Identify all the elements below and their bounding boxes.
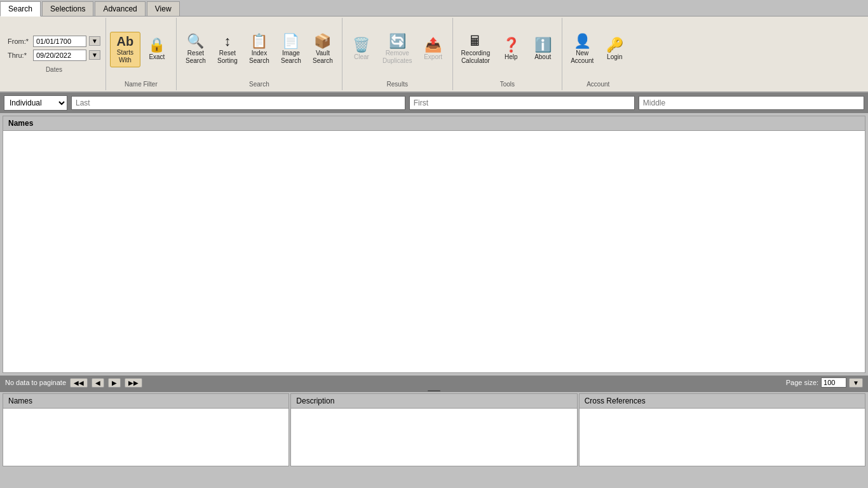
export-label: Export bbox=[424, 53, 442, 61]
clear-button[interactable]: 🗑️ Clear bbox=[346, 35, 377, 64]
thru-row: Thru:* ▼ bbox=[8, 50, 100, 61]
vault-search-label: VaultSearch bbox=[313, 50, 333, 65]
tab-advanced[interactable]: Advanced bbox=[95, 1, 145, 16]
pagination-right: Page size: ▼ bbox=[786, 377, 863, 388]
remove-duplicates-button[interactable]: 🔄 RemoveDuplicates bbox=[378, 31, 417, 68]
starts-with-button[interactable]: Ab StartsWith bbox=[110, 32, 140, 67]
tools-group-label: Tools bbox=[500, 78, 515, 88]
reset-search-button[interactable]: 🔍 ResetSearch bbox=[180, 31, 211, 68]
last-name-input[interactable] bbox=[71, 96, 405, 110]
remove-duplicates-label: RemoveDuplicates bbox=[383, 50, 412, 65]
tools-group: 🖩 RecordingCalculator ❓ Help ℹ️ About To… bbox=[453, 18, 563, 90]
first-name-input[interactable] bbox=[409, 96, 635, 110]
tab-bar: Search Selections Advanced View bbox=[0, 0, 868, 17]
bottom-panel-cross-references: Cross References bbox=[579, 393, 865, 466]
search-bar: Individual Company All bbox=[0, 93, 868, 113]
pag-last-button[interactable]: ▶▶ bbox=[125, 378, 142, 388]
account-group-label: Account bbox=[587, 78, 609, 88]
bottom-panel-description-header: Description bbox=[291, 394, 576, 409]
exact-label: Exact bbox=[149, 53, 165, 61]
starts-with-label: StartsWith bbox=[117, 49, 133, 64]
new-account-label: NewAccount bbox=[571, 50, 593, 65]
name-filter-items: Ab StartsWith 🔒 Exact bbox=[110, 20, 172, 78]
reset-search-icon: 🔍 bbox=[187, 34, 204, 48]
names-panel-header: Names bbox=[3, 116, 865, 131]
bottom-panel-names-body bbox=[3, 409, 288, 466]
bottom-panels: Names Description Cross References bbox=[0, 392, 868, 466]
index-search-label: IndexSearch bbox=[249, 50, 269, 65]
help-button[interactable]: ❓ Help bbox=[496, 35, 526, 64]
bottom-panel-description-body bbox=[291, 409, 576, 466]
pag-next-button[interactable]: ▶ bbox=[108, 378, 121, 388]
tab-search[interactable]: Search bbox=[0, 1, 41, 17]
main-area: Names bbox=[0, 113, 868, 376]
pagination-left: No data to paginate ◀◀ ◀ ▶ ▶▶ bbox=[5, 378, 142, 388]
login-icon: 🔑 bbox=[606, 38, 623, 52]
search-group-label: Search bbox=[249, 78, 269, 88]
divider-indicator bbox=[428, 390, 440, 391]
pag-first-button[interactable]: ◀◀ bbox=[70, 378, 88, 388]
image-search-icon: 📄 bbox=[282, 34, 299, 48]
help-icon: ❓ bbox=[503, 38, 520, 52]
account-group: 👤 NewAccount 🔑 Login Account bbox=[562, 18, 634, 90]
page-size-input[interactable] bbox=[821, 377, 846, 388]
thru-input[interactable] bbox=[33, 50, 86, 61]
exact-button[interactable]: 🔒 Exact bbox=[142, 35, 172, 64]
about-button[interactable]: ℹ️ About bbox=[527, 35, 558, 64]
page-size-dropdown[interactable]: ▼ bbox=[849, 378, 863, 388]
ribbon: From:* ▼ Thru:* ▼ Dates Ab StartsWith 🔒 … bbox=[0, 17, 868, 93]
new-account-button[interactable]: 👤 NewAccount bbox=[566, 31, 598, 68]
recording-calculator-icon: 🖩 bbox=[468, 34, 482, 48]
thru-label: Thru:* bbox=[8, 51, 31, 59]
pag-prev-button[interactable]: ◀ bbox=[92, 378, 104, 388]
index-search-button[interactable]: 📋 IndexSearch bbox=[244, 31, 275, 68]
search-items: 🔍 ResetSearch ↕️ ResetSorting 📋 IndexSea… bbox=[180, 20, 338, 78]
reset-search-label: ResetSearch bbox=[186, 50, 206, 65]
export-button[interactable]: 📤 Export bbox=[418, 35, 449, 64]
bottom-panel-cross-references-header: Cross References bbox=[580, 394, 865, 409]
middle-name-input[interactable] bbox=[639, 96, 864, 110]
from-row: From:* ▼ bbox=[8, 36, 100, 47]
thru-dropdown[interactable]: ▼ bbox=[89, 50, 100, 60]
bottom-panel-names-header: Names bbox=[3, 394, 288, 409]
new-account-icon: 👤 bbox=[574, 34, 591, 48]
tab-view[interactable]: View bbox=[147, 1, 180, 16]
recording-calculator-button[interactable]: 🖩 RecordingCalculator bbox=[457, 31, 495, 68]
about-icon: ℹ️ bbox=[534, 38, 552, 52]
vault-search-icon: 📦 bbox=[314, 34, 331, 48]
reset-sorting-icon: ↕️ bbox=[224, 34, 231, 48]
image-search-button[interactable]: 📄 ImageSearch bbox=[276, 31, 306, 68]
from-dropdown[interactable]: ▼ bbox=[89, 36, 100, 46]
names-panel-body bbox=[3, 131, 865, 372]
bottom-panel-names: Names bbox=[3, 393, 289, 466]
starts-with-icon: Ab bbox=[117, 35, 134, 48]
vault-search-button[interactable]: 📦 VaultSearch bbox=[308, 31, 338, 68]
reset-sorting-label: ResetSorting bbox=[217, 50, 238, 65]
image-search-label: ImageSearch bbox=[281, 50, 301, 65]
name-filter-label: Name Filter bbox=[125, 78, 158, 88]
page-size-label: Page size: bbox=[786, 379, 818, 386]
account-items: 👤 NewAccount 🔑 Login bbox=[566, 20, 630, 78]
exact-icon: 🔒 bbox=[148, 38, 165, 52]
results-group: 🗑️ Clear 🔄 RemoveDuplicates 📤 Export Res… bbox=[342, 18, 453, 90]
bottom-panel-description: Description bbox=[290, 393, 577, 466]
results-group-label: Results bbox=[387, 78, 408, 88]
tools-items: 🖩 RecordingCalculator ❓ Help ℹ️ About bbox=[457, 20, 559, 78]
clear-label: Clear bbox=[354, 53, 369, 61]
bottom-panel-cross-references-body bbox=[580, 409, 865, 466]
login-button[interactable]: 🔑 Login bbox=[599, 35, 630, 64]
search-group: 🔍 ResetSearch ↕️ ResetSorting 📋 IndexSea… bbox=[177, 18, 342, 90]
clear-icon: 🗑️ bbox=[353, 38, 370, 52]
names-panel: Names bbox=[3, 116, 865, 373]
name-filter-group: Ab StartsWith 🔒 Exact Name Filter bbox=[106, 18, 177, 90]
index-search-icon: 📋 bbox=[250, 34, 268, 48]
from-label: From:* bbox=[8, 37, 31, 45]
dates-group: From:* ▼ Thru:* ▼ Dates bbox=[3, 18, 106, 90]
pagination-bar: No data to paginate ◀◀ ◀ ▶ ▶▶ Page size:… bbox=[0, 376, 868, 390]
type-select[interactable]: Individual Company All bbox=[4, 95, 67, 111]
dates-group-label: Dates bbox=[8, 66, 100, 73]
from-input[interactable] bbox=[33, 36, 86, 47]
reset-sorting-button[interactable]: ↕️ ResetSorting bbox=[212, 31, 243, 68]
tab-selections[interactable]: Selections bbox=[42, 1, 93, 16]
remove-duplicates-icon: 🔄 bbox=[389, 34, 406, 48]
